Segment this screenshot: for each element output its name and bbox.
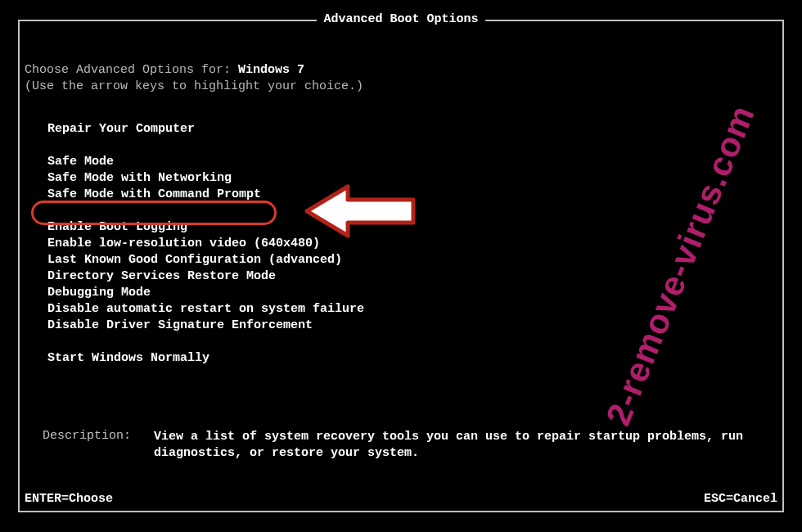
boot-option[interactable]: Safe Mode bbox=[47, 154, 777, 170]
boot-option[interactable]: Repair Your Computer bbox=[47, 121, 777, 138]
description-text: View a list of system recovery tools you… bbox=[154, 429, 766, 462]
boot-option[interactable]: Enable low-resolution video (640x480) bbox=[47, 236, 777, 252]
title-bar: Advanced Boot Options bbox=[20, 12, 782, 26]
window-title: Advanced Boot Options bbox=[317, 12, 484, 26]
boot-options-list[interactable]: Repair Your ComputerSafe ModeSafe Mode w… bbox=[47, 121, 777, 367]
boot-option[interactable]: Disable automatic restart on system fail… bbox=[47, 301, 777, 318]
footer-enter: ENTER=Choose bbox=[25, 492, 113, 506]
content-area: Choose Advanced Options for: Windows 7 (… bbox=[25, 62, 777, 367]
boot-option[interactable]: Debugging Mode bbox=[47, 285, 777, 301]
boot-option[interactable]: Last Known Good Configuration (advanced) bbox=[47, 252, 777, 268]
description-block: Description: View a list of system recov… bbox=[43, 429, 766, 462]
intro-line: Choose Advanced Options for: Windows 7 bbox=[25, 62, 777, 79]
intro-hint: (Use the arrow keys to highlight your ch… bbox=[25, 79, 777, 95]
boot-option[interactable]: Safe Mode with Command Prompt bbox=[47, 187, 777, 203]
footer-esc: ESC=Cancel bbox=[704, 492, 777, 506]
boot-option[interactable]: Enable Boot Logging bbox=[47, 219, 777, 236]
intro-os: Windows 7 bbox=[238, 63, 304, 77]
intro-prefix: Choose Advanced Options for: bbox=[25, 63, 238, 77]
boot-option[interactable]: Start Windows Normally bbox=[47, 350, 777, 367]
footer-bar: ENTER=Choose ESC=Cancel bbox=[25, 492, 777, 506]
boot-option[interactable]: Safe Mode with Networking bbox=[47, 170, 777, 187]
description-label: Description: bbox=[43, 429, 154, 462]
boot-options-frame: Advanced Boot Options Choose Advanced Op… bbox=[18, 20, 784, 512]
boot-option[interactable]: Directory Services Restore Mode bbox=[47, 268, 777, 285]
boot-option[interactable]: Disable Driver Signature Enforcement bbox=[47, 318, 777, 334]
